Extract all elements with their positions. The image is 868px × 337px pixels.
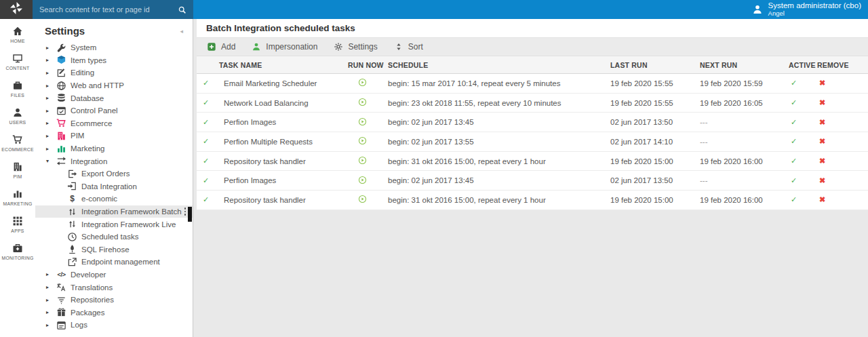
sidebar-item-item-types[interactable]: ▸Item types	[35, 54, 193, 67]
chevron-right-icon[interactable]: ▸	[46, 95, 53, 101]
active-check-icon[interactable]: ✓	[791, 157, 797, 165]
chevron-right-icon[interactable]: ▸	[46, 297, 53, 303]
briefcase-icon	[12, 80, 23, 91]
table-row[interactable]: ✓Email Marketing Schedulerbegin: 15 mar …	[197, 74, 868, 94]
run-now-button[interactable]	[348, 136, 367, 145]
chevron-right-icon[interactable]: ▸	[46, 83, 53, 89]
chevron-right-icon[interactable]: ▸	[46, 45, 53, 51]
sidebar-scrollbar[interactable]	[188, 207, 192, 222]
sidebar-item-developer[interactable]: ▸</>Developer	[35, 269, 193, 281]
remove-button[interactable]: ✖	[814, 79, 825, 87]
column-header-remove[interactable]: REMOVE	[814, 61, 868, 69]
run-now-button[interactable]	[348, 117, 367, 126]
sidebar-item-e-conomic[interactable]: $e-conomic	[35, 193, 193, 205]
active-check-icon[interactable]: ✓	[791, 137, 797, 145]
active-check-icon[interactable]: ✓	[791, 98, 797, 106]
table-row[interactable]: ✓Perfion Imagesbegin: 02 jun 2017 13:450…	[197, 113, 868, 132]
chevron-right-icon[interactable]: ▸	[46, 57, 53, 63]
search-input[interactable]	[39, 5, 178, 14]
rail-item-users[interactable]: USERS	[0, 107, 35, 125]
chevron-right-icon[interactable]: ▸	[46, 120, 53, 126]
run-now-button[interactable]	[348, 176, 367, 184]
search-icon[interactable]	[178, 5, 186, 14]
rail-item-ecommerce[interactable]: ECOMMERCE	[0, 134, 35, 152]
column-header-run-now[interactable]: RUN NOW	[348, 61, 387, 69]
chevron-right-icon[interactable]: ▸	[46, 70, 53, 76]
remove-button[interactable]: ✖	[814, 98, 825, 107]
sidebar-item-packages[interactable]: ▸Packages	[35, 306, 193, 319]
chevron-right-icon[interactable]: ▸	[46, 284, 53, 290]
remove-button[interactable]: ✖	[814, 157, 825, 165]
app-logo[interactable]	[0, 0, 33, 19]
sidebar-item-database[interactable]: ▸Database	[35, 92, 193, 104]
sidebar-item-logs[interactable]: ▸Logs	[35, 319, 193, 332]
settings-button[interactable]: Settings	[334, 42, 387, 52]
medkit-icon	[12, 243, 23, 254]
active-check-icon[interactable]: ✓	[791, 195, 797, 203]
sidebar-item-scheduled-tasks[interactable]: Scheduled tasks	[35, 231, 193, 243]
run-now-button[interactable]	[348, 78, 367, 87]
sidebar-item-marketing[interactable]: ▸Marketing	[35, 142, 193, 155]
active-check-icon[interactable]: ✓	[791, 176, 797, 184]
add-button[interactable]: Add	[207, 42, 245, 52]
column-header-active[interactable]: ACTIVE	[785, 61, 814, 69]
sidebar-item-pim[interactable]: ▸PIM	[35, 130, 193, 142]
kebab-menu-icon[interactable]	[184, 207, 186, 216]
sidebar-item-ecommerce[interactable]: ▸Ecommerce	[35, 117, 193, 130]
rail-item-apps[interactable]: APPS	[0, 216, 35, 233]
collapse-panel-icon[interactable]: ◂	[180, 28, 183, 35]
sidebar-item-editing[interactable]: ▸Editing	[35, 66, 193, 79]
sidebar-item-control-panel[interactable]: ▸Control Panel	[35, 104, 193, 117]
sidebar-item-data-integration[interactable]: Data Integration	[35, 180, 193, 193]
table-row[interactable]: ✓Repository task handlerbegin: 31 okt 20…	[197, 152, 868, 172]
run-now-button[interactable]	[348, 195, 367, 203]
code-icon: </>	[56, 269, 66, 279]
remove-button[interactable]: ✖	[814, 195, 825, 204]
last-run-cell: 19 feb 2020 15:55	[610, 99, 700, 107]
sidebar-item-export-orders[interactable]: Export Orders	[35, 167, 193, 180]
sidebar-item-repositories[interactable]: ▸Repositories	[35, 294, 193, 306]
rail-item-files[interactable]: FILES	[0, 80, 35, 98]
sidebar-item-label: Integration Framework Live	[81, 220, 176, 229]
sidebar-item-sql-firehose[interactable]: SQL Firehose	[35, 243, 193, 256]
run-now-button[interactable]	[348, 156, 367, 165]
rail-item-monitoring[interactable]: MONITORING	[0, 243, 35, 260]
sidebar-item-integration[interactable]: ▾Integration	[35, 155, 193, 167]
remove-button[interactable]: ✖	[814, 176, 825, 185]
sidebar-item-integration-framework-batch[interactable]: Integration Framework Batch	[35, 205, 193, 218]
column-header-next-run[interactable]: NEXT RUN	[700, 61, 785, 69]
active-check-icon[interactable]: ✓	[791, 79, 797, 87]
chevron-right-icon[interactable]: ▸	[46, 133, 53, 139]
rail-item-marketing[interactable]: MARKETING	[0, 189, 35, 206]
building-icon	[12, 161, 23, 172]
user-menu[interactable]: System administrator (cbo) Angel	[752, 0, 868, 19]
remove-button[interactable]: ✖	[814, 137, 825, 146]
chevron-right-icon[interactable]: ▸	[46, 322, 53, 328]
impersonation-button[interactable]: Impersonation	[252, 42, 327, 52]
sidebar-item-integration-framework-live[interactable]: Integration Framework Live	[35, 218, 193, 231]
remove-button[interactable]: ✖	[814, 118, 825, 127]
sidebar-item-web-and-http[interactable]: ▸Web and HTTP	[35, 79, 193, 92]
sidebar-item-translations[interactable]: ▸Translations	[35, 281, 193, 294]
rail-item-pim[interactable]: PIM	[0, 161, 35, 179]
table-row[interactable]: ✓Network Load Balancingbegin: 23 okt 201…	[197, 94, 868, 113]
column-header-task-name[interactable]: TASK NAME	[219, 61, 348, 69]
column-header-last-run[interactable]: LAST RUN	[610, 61, 700, 69]
table-row[interactable]: ✓Perfion Multiple Requestsbegin: 02 jun …	[197, 132, 868, 152]
sort-button[interactable]: Sort	[394, 42, 433, 52]
sidebar-item-system[interactable]: ▸System	[35, 41, 193, 54]
chevron-right-icon[interactable]: ▸	[46, 108, 53, 114]
chevron-down-icon[interactable]: ▾	[46, 158, 53, 164]
chevron-right-icon[interactable]: ▸	[46, 309, 53, 315]
rail-item-home[interactable]: HOME	[0, 26, 35, 43]
table-row[interactable]: ✓Repository task handlerbegin: 31 okt 20…	[197, 191, 868, 210]
edit-icon	[56, 68, 66, 78]
column-header-schedule[interactable]: SCHEDULE	[387, 61, 610, 69]
chevron-right-icon[interactable]: ▸	[46, 146, 53, 152]
table-row[interactable]: ✓Perfion Imagesbegin: 02 jun 2017 13:450…	[197, 171, 868, 191]
sidebar-item-endpoint-management[interactable]: Endpoint management	[35, 256, 193, 269]
chevron-right-icon[interactable]: ▸	[46, 271, 53, 277]
run-now-button[interactable]	[348, 98, 367, 106]
rail-item-content[interactable]: CONTENT	[0, 53, 35, 71]
active-check-icon[interactable]: ✓	[791, 118, 797, 126]
